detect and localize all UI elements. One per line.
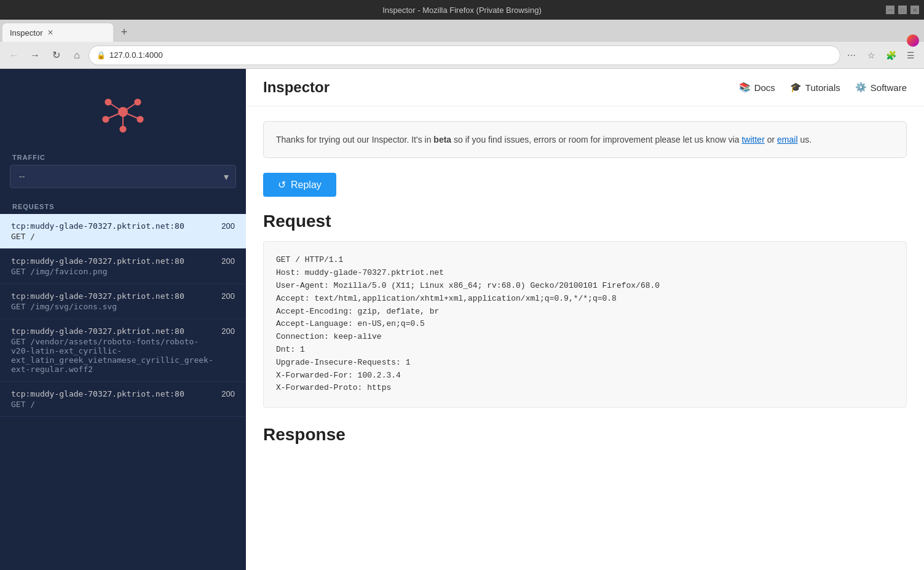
request-item-left: tcp:muddy-glade-70327.pktriot.net:80 GET… [11, 291, 216, 311]
beta-us: us. [798, 135, 812, 144]
nav-item-tutorials[interactable]: 🎓Tutorials [790, 82, 840, 93]
request-status: 200 [221, 327, 235, 336]
replay-icon: ↺ [278, 179, 286, 191]
list-item[interactable]: tcp:muddy-glade-70327.pktriot.net:80 GET… [0, 249, 246, 284]
request-item-left: tcp:muddy-glade-70327.pktriot.net:80 GET… [11, 221, 216, 241]
request-host: tcp:muddy-glade-70327.pktriot.net:80 [11, 221, 216, 231]
address-input[interactable] [109, 50, 832, 60]
request-status: 200 [221, 389, 235, 398]
request-status: 200 [221, 291, 235, 301]
beta-notice: Thanks for trying out our Inspector. It'… [263, 121, 907, 158]
docs-icon: 📚 [739, 82, 751, 93]
traffic-select-inner: -- ▾ [10, 165, 236, 188]
beta-text-before: Thanks for trying out our Inspector. It'… [276, 135, 433, 144]
tab-close-button[interactable]: ✕ [47, 28, 53, 37]
main-content: TRAFFIC -- ▾ REQUESTS tcp:muddy-glade-70… [0, 69, 924, 570]
title-bar: Inspector - Mozilla Firefox (Private Bro… [0, 0, 924, 20]
docs-label: Docs [754, 82, 775, 93]
maximize-button[interactable]: □ [898, 6, 907, 14]
request-host: tcp:muddy-glade-70327.pktriot.net:80 [11, 291, 216, 301]
software-icon: ⚙️ [855, 82, 867, 93]
requests-label: REQUESTS [0, 198, 246, 214]
request-host: tcp:muddy-glade-70327.pktriot.net:80 [11, 389, 216, 398]
sidebar: TRAFFIC -- ▾ REQUESTS tcp:muddy-glade-70… [0, 69, 246, 570]
page-title: Inspector [263, 79, 330, 96]
bookmark-button[interactable]: ☆ [863, 47, 880, 64]
svg-line-7 [123, 102, 138, 112]
replay-button[interactable]: ↺ Replay [263, 173, 336, 197]
address-actions: ⋯ ☆ 🧩 ☰ [843, 47, 919, 64]
tab-bar: Inspector ✕ + [0, 20, 924, 42]
request-item-left: tcp:muddy-glade-70327.pktriot.net:80 GET… [11, 256, 216, 276]
request-list: tcp:muddy-glade-70327.pktriot.net:80 GET… [0, 214, 246, 570]
request-status: 200 [221, 256, 235, 266]
main-body: Thanks for trying out our Inspector. It'… [246, 106, 924, 570]
request-host: tcp:muddy-glade-70327.pktriot.net:80 [11, 256, 216, 266]
request-item-left: tcp:muddy-glade-70327.pktriot.net:80 GET… [11, 389, 216, 409]
app-logo-icon [98, 87, 148, 137]
header-nav: 📚Docs🎓Tutorials⚙️Software [739, 82, 907, 93]
traffic-label: TRAFFIC [0, 149, 246, 165]
email-link[interactable]: email [777, 135, 797, 144]
list-item[interactable]: tcp:muddy-glade-70327.pktriot.net:80 GET… [0, 319, 246, 382]
tutorials-label: Tutorials [805, 82, 840, 93]
traffic-select-wrap: -- ▾ [0, 165, 246, 198]
overflow-menu-button[interactable]: ⋯ [843, 47, 860, 64]
window-controls: ─ □ ✕ [886, 6, 919, 14]
forward-button[interactable]: → [26, 46, 44, 65]
request-path: GET / [11, 232, 216, 241]
sidebar-logo-area [0, 69, 246, 149]
window-title: Inspector - Mozilla Firefox (Private Bro… [382, 6, 542, 15]
list-item[interactable]: tcp:muddy-glade-70327.pktriot.net:80 GET… [0, 284, 246, 319]
list-item[interactable]: tcp:muddy-glade-70327.pktriot.net:80 GET… [0, 382, 246, 417]
request-path: GET / [11, 400, 216, 409]
nav-item-docs[interactable]: 📚Docs [739, 82, 775, 93]
refresh-button[interactable]: ↻ [47, 46, 65, 65]
address-bar: ← → ↻ ⌂ 🔒 ⋯ ☆ 🧩 ☰ [0, 42, 924, 69]
inspector-header: Inspector 📚Docs🎓Tutorials⚙️Software [246, 69, 924, 106]
beta-or: or [765, 135, 777, 144]
twitter-link[interactable]: twitter [741, 135, 764, 144]
beta-text-after: so if you find issues, errors or room fo… [451, 135, 741, 144]
request-item-left: tcp:muddy-glade-70327.pktriot.net:80 GET… [11, 327, 216, 374]
address-input-wrap[interactable]: 🔒 [89, 46, 840, 65]
close-button[interactable]: ✕ [910, 6, 919, 14]
browser-window: Inspector - Mozilla Firefox (Private Bro… [0, 0, 924, 570]
firefox-logo [907, 34, 919, 47]
tutorials-icon: 🎓 [790, 82, 802, 93]
software-label: Software [871, 82, 907, 93]
extensions-button[interactable]: 🧩 [882, 47, 899, 64]
request-status: 200 [221, 221, 235, 231]
back-button[interactable]: ← [5, 46, 23, 65]
request-path: GET /img/svg/icons.svg [11, 302, 216, 311]
list-item[interactable]: tcp:muddy-glade-70327.pktriot.net:80 GET… [0, 214, 246, 249]
main-panel: Inspector 📚Docs🎓Tutorials⚙️Software Than… [246, 69, 924, 570]
request-host: tcp:muddy-glade-70327.pktriot.net:80 [11, 327, 216, 336]
svg-line-6 [108, 102, 123, 112]
beta-bold: beta [433, 135, 451, 144]
menu-button[interactable]: ☰ [902, 47, 919, 64]
active-tab[interactable]: Inspector ✕ [2, 23, 113, 42]
new-tab-button[interactable]: + [116, 23, 133, 41]
tab-label: Inspector [10, 28, 42, 38]
request-path: GET /img/favicon.png [11, 267, 216, 276]
request-code-block: GET / HTTP/1.1 Host: muddy-glade-70327.p… [263, 241, 907, 408]
minimize-button[interactable]: ─ [886, 6, 894, 14]
traffic-dropdown[interactable]: -- [10, 165, 236, 188]
request-section-title: Request [263, 212, 907, 231]
response-section-title: Response [263, 425, 907, 445]
request-path: GET /vendor/assets/roboto-fonts/roboto-v… [11, 337, 216, 374]
nav-item-software[interactable]: ⚙️Software [855, 82, 907, 93]
lock-icon: 🔒 [97, 51, 106, 60]
home-button[interactable]: ⌂ [68, 46, 86, 65]
replay-label: Replay [291, 180, 322, 191]
